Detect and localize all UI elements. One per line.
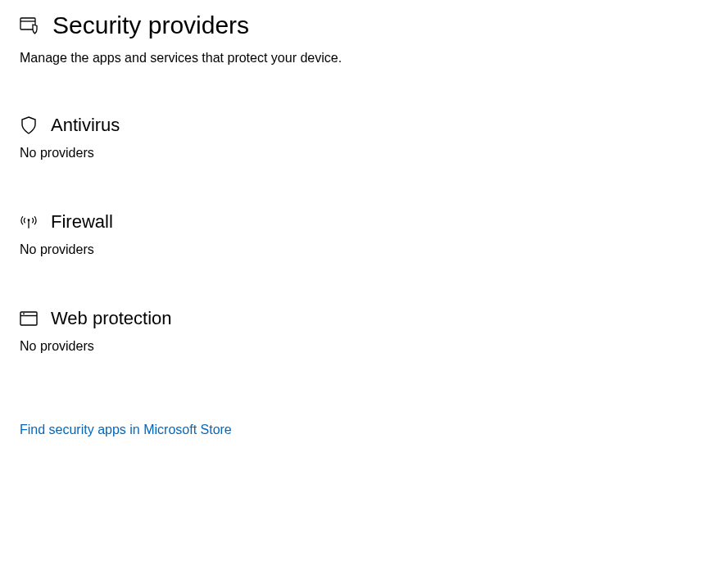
svg-point-3: [28, 219, 29, 220]
section-webprotection-title: Web protection: [51, 308, 172, 329]
section-webprotection-status: No providers: [20, 339, 726, 354]
security-providers-icon: [20, 16, 39, 35]
find-security-apps-link[interactable]: Find security apps in Microsoft Store: [20, 423, 232, 437]
section-webprotection: Web protection No providers: [20, 308, 726, 354]
section-antivirus-status: No providers: [20, 146, 726, 161]
page-subtitle: Manage the apps and services that protec…: [20, 51, 726, 66]
section-firewall-title: Firewall: [51, 211, 113, 233]
shield-icon: [20, 116, 38, 134]
page-title: Security providers: [52, 11, 249, 39]
section-antivirus-header: Antivirus: [20, 115, 726, 136]
section-antivirus-title: Antivirus: [51, 115, 120, 136]
browser-icon: [20, 310, 38, 328]
section-webprotection-header: Web protection: [20, 308, 726, 329]
section-firewall-status: No providers: [20, 242, 726, 257]
section-firewall-header: Firewall: [20, 211, 726, 233]
section-firewall: Firewall No providers: [20, 211, 726, 257]
section-antivirus: Antivirus No providers: [20, 115, 726, 161]
page-header: Security providers: [20, 11, 726, 39]
broadcast-icon: [20, 213, 38, 231]
